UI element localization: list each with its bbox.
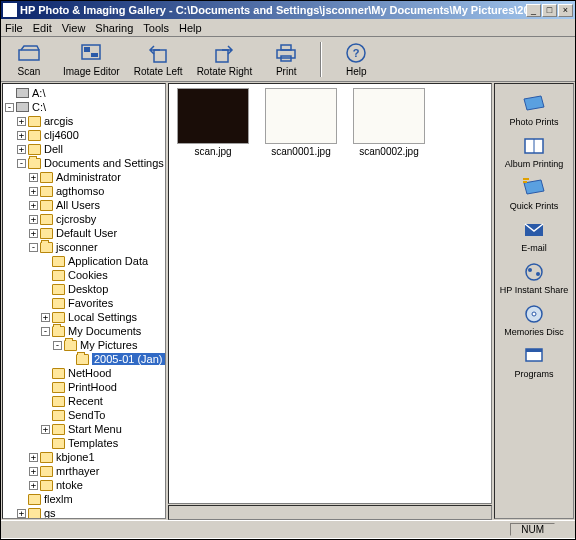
folder-icon	[52, 396, 65, 407]
horizontal-scrollbar[interactable]	[168, 505, 492, 520]
image-editor-button[interactable]: Image Editor	[63, 42, 120, 77]
thumbnail-image	[177, 88, 249, 144]
expand-icon[interactable]: +	[29, 467, 38, 476]
expand-icon[interactable]: +	[17, 131, 26, 140]
svg-rect-6	[277, 50, 295, 58]
scan-label: Scan	[18, 66, 41, 77]
help-icon: ?	[344, 42, 368, 64]
expand-icon[interactable]: +	[41, 425, 50, 434]
tree-item[interactable]: flexlm	[5, 492, 165, 506]
expand-icon[interactable]: +	[17, 509, 26, 518]
svg-rect-3	[91, 53, 98, 57]
help-button[interactable]: ? Help	[336, 42, 376, 77]
expand-icon[interactable]: +	[17, 117, 26, 126]
scan-button[interactable]: Scan	[9, 42, 49, 77]
folder-icon	[52, 424, 65, 435]
expand-icon[interactable]: +	[29, 173, 38, 182]
folder-tree-pane[interactable]: A:\ -C:\ +arcgis +clj4600 +Dell -Documen…	[2, 83, 166, 519]
collapse-icon[interactable]: -	[5, 103, 14, 112]
album-printing-button[interactable]: Album Printing	[497, 132, 571, 172]
programs-button[interactable]: Programs	[497, 342, 571, 382]
tree-item[interactable]: Templates	[5, 436, 165, 450]
tree-item[interactable]: +Start Menu	[5, 422, 165, 436]
tree-item[interactable]: SendTo	[5, 408, 165, 422]
tree-item[interactable]: Desktop	[5, 282, 165, 296]
maximize-button[interactable]: □	[542, 4, 557, 17]
tree-item[interactable]: +gs	[5, 506, 165, 519]
photo-prints-button[interactable]: Photo Prints	[497, 90, 571, 130]
tree-item[interactable]: +clj4600	[5, 128, 165, 142]
menu-help[interactable]: Help	[179, 22, 202, 34]
expand-icon[interactable]: +	[29, 187, 38, 196]
quick-prints-button[interactable]: Quick Prints	[497, 174, 571, 214]
thumbnail-item[interactable]: scan.jpg	[173, 88, 253, 157]
menu-tools[interactable]: Tools	[143, 22, 169, 34]
thumbnail-item[interactable]: scan0002.jpg	[349, 88, 429, 157]
tree-item[interactable]: +Administrator	[5, 170, 165, 184]
tree-item[interactable]: +ntoke	[5, 478, 165, 492]
quick-prints-icon	[521, 177, 547, 199]
instant-share-button[interactable]: HP Instant Share	[497, 258, 571, 298]
tree-item[interactable]: PrintHood	[5, 380, 165, 394]
main-area: A:\ -C:\ +arcgis +clj4600 +Dell -Documen…	[1, 82, 575, 520]
expand-icon[interactable]: +	[29, 453, 38, 462]
tree-item[interactable]: -My Pictures	[5, 338, 165, 352]
expand-icon[interactable]: +	[29, 215, 38, 224]
expand-icon[interactable]: +	[29, 201, 38, 210]
rotate-right-label: Rotate Right	[197, 66, 253, 77]
expand-icon[interactable]: +	[41, 313, 50, 322]
folder-icon	[40, 200, 53, 211]
tree-item[interactable]: -My Documents	[5, 324, 165, 338]
rotate-left-icon	[146, 42, 170, 64]
folder-icon	[40, 186, 53, 197]
rotate-left-label: Rotate Left	[134, 66, 183, 77]
rotate-left-button[interactable]: Rotate Left	[134, 42, 183, 77]
tree-item-selected[interactable]: 2005-01 (Jan)	[5, 352, 165, 366]
tree-item[interactable]: Application Data	[5, 254, 165, 268]
tree-item[interactable]: Cookies	[5, 268, 165, 282]
memories-disc-button[interactable]: Memories Disc	[497, 300, 571, 340]
tree-item[interactable]: +mrthayer	[5, 464, 165, 478]
folder-icon	[40, 214, 53, 225]
tree-item[interactable]: +kbjone1	[5, 450, 165, 464]
minimize-button[interactable]: _	[526, 4, 541, 17]
expand-icon[interactable]: +	[29, 229, 38, 238]
collapse-icon[interactable]: -	[17, 159, 26, 168]
tree-item[interactable]: +cjcrosby	[5, 212, 165, 226]
tree-item[interactable]: -jsconner	[5, 240, 165, 254]
svg-rect-7	[281, 45, 291, 50]
menu-file[interactable]: File	[5, 22, 23, 34]
status-num: NUM	[510, 523, 555, 536]
tree-item[interactable]: Favorites	[5, 296, 165, 310]
close-button[interactable]: ×	[558, 4, 573, 17]
collapse-icon[interactable]: -	[53, 341, 62, 350]
collapse-icon[interactable]: -	[41, 327, 50, 336]
print-button[interactable]: Print	[266, 42, 306, 77]
folder-icon	[28, 144, 41, 155]
menu-view[interactable]: View	[62, 22, 86, 34]
expand-icon[interactable]: +	[29, 481, 38, 490]
folder-icon	[52, 438, 65, 449]
tree-item[interactable]: +All Users	[5, 198, 165, 212]
tree-item[interactable]: +Dell	[5, 142, 165, 156]
thumbnail-item[interactable]: scan0001.jpg	[261, 88, 341, 157]
collapse-icon[interactable]: -	[29, 243, 38, 252]
email-button[interactable]: E-mail	[497, 216, 571, 256]
folder-icon	[40, 466, 53, 477]
expand-icon[interactable]: +	[17, 145, 26, 154]
tree-item[interactable]: NetHood	[5, 366, 165, 380]
tree-item[interactable]: +Default User	[5, 226, 165, 240]
menu-sharing[interactable]: Sharing	[95, 22, 133, 34]
thumbnail-pane[interactable]: scan.jpg scan0001.jpg scan0002.jpg	[168, 83, 492, 504]
tree-drive-c[interactable]: -C:\	[5, 100, 165, 114]
tree-item[interactable]: +Local Settings	[5, 310, 165, 324]
toolbar-divider	[320, 42, 322, 77]
tree-drive-a[interactable]: A:\	[5, 86, 165, 100]
tree-item[interactable]: +agthomso	[5, 184, 165, 198]
svg-rect-0	[19, 50, 39, 60]
menu-edit[interactable]: Edit	[33, 22, 52, 34]
tree-item[interactable]: +arcgis	[5, 114, 165, 128]
tree-item[interactable]: Recent	[5, 394, 165, 408]
rotate-right-button[interactable]: Rotate Right	[197, 42, 253, 77]
tree-item[interactable]: -Documents and Settings	[5, 156, 165, 170]
